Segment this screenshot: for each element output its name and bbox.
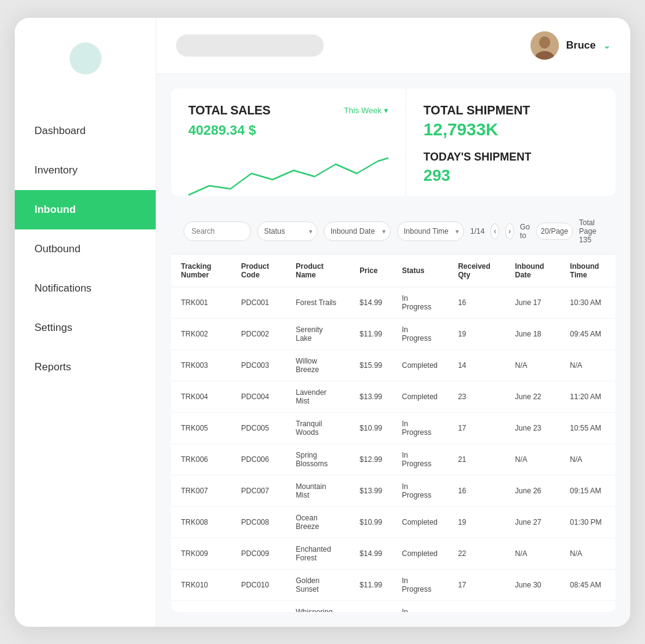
received-qty: 19: [448, 318, 505, 349]
table-row[interactable]: TRK007PDC007Mountain Mist$13.99In Progre…: [171, 475, 615, 506]
tracking-number: TRK002: [171, 318, 231, 349]
table-row[interactable]: TRK011PDC011Whispering Pines$15.99In Pro…: [171, 600, 615, 611]
sidebar-item-inventory[interactable]: Inventory: [15, 151, 156, 190]
tracking-number: TRK005: [171, 412, 231, 443]
received-qty: 14: [448, 349, 505, 381]
price: $12.99: [350, 443, 392, 475]
status: Completed: [392, 538, 448, 569]
card-header: TOTAL SALES This Week ▾: [188, 103, 388, 117]
total-shipment-value: 12,7933K: [423, 120, 598, 140]
filters-bar: Status In Progress Completed Inbound Dat…: [171, 209, 615, 255]
inbound-time: N/A: [560, 538, 615, 569]
table-row[interactable]: TRK003PDC003Willow Breeze$15.99Completed…: [171, 349, 615, 381]
table-row[interactable]: TRK009PDC009Enchanted Forest$14.99Comple…: [171, 538, 615, 569]
status-filter[interactable]: Status In Progress Completed: [257, 221, 318, 241]
table-row[interactable]: TRK001PDC001Forest Trails$14.99In Progre…: [171, 287, 615, 318]
tracking-number: TRK009: [171, 538, 231, 569]
product-name: Enchanted Forest: [286, 538, 350, 569]
price: $14.99: [350, 538, 392, 569]
sidebar: DashboardInventoryInboundOutboundNotific…: [15, 18, 156, 627]
inbound-table: Tracking NumberProduct CodeProduct NameP…: [171, 255, 615, 612]
goto-input[interactable]: [536, 223, 573, 240]
inbound-date-filter-wrap: Inbound Date: [324, 221, 391, 241]
inbound-time-filter[interactable]: Inbound Time: [397, 221, 464, 241]
price: $10.99: [350, 412, 392, 443]
sidebar-nav: DashboardInventoryInboundOutboundNotific…: [15, 111, 156, 387]
table-row[interactable]: TRK002PDC002Serenity Lake$11.99In Progre…: [171, 318, 615, 349]
table-head: Tracking NumberProduct CodeProduct NameP…: [171, 255, 615, 287]
stats-area: TOTAL SALES This Week ▾ 40289.34 $ TOTAL…: [171, 89, 615, 196]
logo: [70, 42, 102, 74]
sidebar-item-outbound[interactable]: Outbound: [15, 229, 156, 269]
sidebar-item-reports[interactable]: Reports: [15, 348, 156, 387]
pagination-next-button[interactable]: ›: [505, 223, 514, 239]
sales-value: 40289.34 $: [188, 122, 388, 138]
status: In Progress: [392, 412, 448, 443]
inbound-date: June 27: [505, 506, 560, 538]
user-info[interactable]: Bruce ⌄: [531, 31, 611, 60]
inbound-time: 10:30 AM: [560, 287, 615, 318]
received-qty: 16: [448, 287, 505, 318]
received-qty: 22: [448, 538, 505, 569]
inbound-date: June 23: [505, 412, 560, 443]
tracking-number: TRK007: [171, 475, 231, 506]
table-col-product-name: Product Name: [286, 255, 350, 287]
price: $11.99: [350, 569, 392, 600]
status: In Progress: [392, 443, 448, 475]
table-col-status: Status: [392, 255, 448, 287]
table-col-price: Price: [350, 255, 392, 287]
inbound-time: N/A: [560, 443, 615, 475]
tracking-number: TRK010: [171, 569, 231, 600]
total-sales-title: TOTAL SALES: [188, 103, 270, 117]
table-col-tracking-number: Tracking Number: [171, 255, 231, 287]
status: Completed: [392, 506, 448, 538]
pagination-prev-button[interactable]: ‹: [491, 223, 499, 239]
inbound-date: N/A: [505, 538, 560, 569]
product-code: PDC009: [231, 538, 286, 569]
product-name: Lavender Mist: [286, 381, 350, 412]
sidebar-item-inbound[interactable]: Inbound: [15, 190, 156, 229]
received-qty: 23: [448, 381, 505, 412]
table-header-row: Tracking NumberProduct CodeProduct NameP…: [171, 255, 615, 287]
received-qty: 16: [448, 475, 505, 506]
svg-point-1: [539, 36, 550, 49]
price: $10.99: [350, 506, 392, 538]
status: In Progress: [392, 569, 448, 600]
inbound-time: 09:15 AM: [560, 475, 615, 506]
price: $15.99: [350, 600, 392, 611]
goto-label: Go to: [520, 223, 530, 240]
week-selector[interactable]: This Week ▾: [344, 106, 388, 115]
status: In Progress: [392, 287, 448, 318]
tracking-number: TRK003: [171, 349, 231, 381]
avatar: [531, 31, 559, 60]
status: In Progress: [392, 475, 448, 506]
product-code: PDC002: [231, 318, 286, 349]
sidebar-item-notifications[interactable]: Notifications: [15, 269, 156, 308]
search-input[interactable]: [183, 221, 251, 241]
tracking-number: TRK004: [171, 381, 231, 412]
sidebar-item-dashboard[interactable]: Dashboard: [15, 111, 156, 151]
inbound-time: 10:55 AM: [560, 412, 615, 443]
inbound-date-filter[interactable]: Inbound Date: [324, 221, 391, 241]
table-col-received-qty: Received Qty: [448, 255, 505, 287]
header-search: [176, 34, 324, 57]
table-row[interactable]: TRK010PDC010Golden Sunset$11.99In Progre…: [171, 569, 615, 600]
product-name: Tranquil Woods: [286, 412, 350, 443]
status: Completed: [392, 381, 448, 412]
tracking-number: TRK001: [171, 287, 231, 318]
total-shipment-label: TOTAL SHIPMENT: [423, 103, 598, 117]
product-code: PDC011: [231, 600, 286, 611]
inbound-date: N/A: [505, 349, 560, 381]
table-row[interactable]: TRK008PDC008Ocean Breeze$10.99Completed1…: [171, 506, 615, 538]
sidebar-item-settings[interactable]: Settings: [15, 308, 156, 348]
status: Completed: [392, 349, 448, 381]
product-code: PDC004: [231, 381, 286, 412]
product-name: Mountain Mist: [286, 475, 350, 506]
table-row[interactable]: TRK006PDC006Spring Blossoms$12.99In Prog…: [171, 443, 615, 475]
product-code: PDC010: [231, 569, 286, 600]
received-qty: 17: [448, 412, 505, 443]
table-row[interactable]: TRK005PDC005Tranquil Woods$10.99In Progr…: [171, 412, 615, 443]
total-sales-card: TOTAL SALES This Week ▾ 40289.34 $: [171, 89, 406, 196]
table-row[interactable]: TRK004PDC004Lavender Mist$13.99Completed…: [171, 381, 615, 412]
app-container: DashboardInventoryInboundOutboundNotific…: [15, 18, 630, 627]
